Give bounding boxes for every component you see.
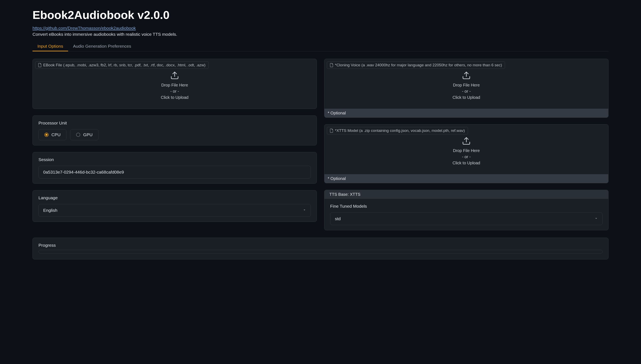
radio-circle-selected	[45, 133, 49, 137]
tts-base-bar: TTS Base: XTTS	[324, 190, 608, 199]
ebook-file-dropzone[interactable]: Drop File Here - or - Click to Upload	[33, 69, 317, 109]
radio-circle	[76, 133, 80, 137]
language-select[interactable]: English	[39, 204, 311, 217]
drop-text: Drop File Here	[453, 148, 480, 154]
cloning-voice-panel: *Cloning Voice (a .wav 24000hz for major…	[324, 59, 608, 118]
optional-bar: * Optional	[324, 174, 608, 183]
progress-panel: Progress	[33, 238, 608, 260]
drop-text: Drop File Here	[161, 82, 189, 88]
language-label: Language	[39, 195, 311, 200]
radio-cpu[interactable]: CPU	[39, 129, 66, 140]
cpu-label: CPU	[51, 132, 61, 137]
or-text: - or -	[453, 88, 480, 94]
ebook-file-label-text: EBook File (.epub, .mobi, .azw3, fb2, lr…	[43, 63, 205, 68]
drop-text: Drop File Here	[453, 82, 480, 88]
radio-gpu[interactable]: GPU	[70, 129, 99, 140]
file-icon	[330, 63, 333, 67]
description: Convert eBooks into immersive audiobooks…	[33, 32, 608, 37]
progress-bar	[39, 250, 602, 254]
progress-label: Progress	[39, 243, 602, 248]
xtts-model-label-chip: *XTTS Model (a .zip containing config.js…	[327, 127, 468, 134]
upload-icon	[462, 71, 471, 80]
session-panel: Session	[33, 152, 317, 184]
or-text: - or -	[453, 154, 480, 160]
gpu-label: GPU	[83, 132, 93, 137]
processor-panel: Processor Unit CPU GPU	[33, 116, 317, 146]
file-icon	[38, 63, 42, 67]
processor-label: Processor Unit	[39, 120, 311, 126]
fine-tuned-select[interactable]: std	[330, 212, 602, 225]
tab-audio-prefs[interactable]: Audio Generation Preferences	[68, 42, 136, 51]
click-upload-text: Click to Upload	[453, 160, 480, 166]
session-input[interactable]	[39, 166, 311, 178]
optional-bar: * Optional	[324, 109, 608, 118]
page-title: Ebook2Audiobook v2.0.0	[33, 8, 608, 22]
repo-link[interactable]: https://github.com/DrewThomasson/ebook2a…	[33, 26, 136, 30]
file-icon	[330, 128, 333, 133]
xtts-model-panel: *XTTS Model (a .zip containing config.js…	[324, 124, 608, 183]
xtts-model-dropzone[interactable]: Drop File Here - or - Click to Upload	[324, 134, 608, 174]
upload-icon	[462, 136, 471, 146]
or-text: - or -	[161, 88, 189, 94]
ebook-file-panel: EBook File (.epub, .mobi, .azw3, fb2, lr…	[33, 59, 317, 109]
language-panel: Language English	[33, 190, 317, 222]
ebook-file-label-chip: EBook File (.epub, .mobi, .azw3, fb2, lr…	[35, 62, 208, 69]
upload-icon	[170, 71, 179, 80]
cloning-voice-label-chip: *Cloning Voice (a .wav 24000hz for major…	[327, 62, 505, 69]
click-upload-text: Click to Upload	[161, 94, 189, 100]
fine-tuned-label: Fine Tuned Models	[330, 204, 602, 209]
click-upload-text: Click to Upload	[453, 94, 480, 100]
tabs-container: Input Options Audio Generation Preferenc…	[33, 42, 608, 51]
tab-input-options[interactable]: Input Options	[33, 42, 68, 51]
cloning-voice-dropzone[interactable]: Drop File Here - or - Click to Upload	[324, 69, 608, 109]
fine-tuned-panel: TTS Base: XTTS Fine Tuned Models std	[324, 190, 608, 230]
xtts-model-label-text: *XTTS Model (a .zip containing config.js…	[335, 128, 465, 133]
session-label: Session	[39, 157, 311, 162]
cloning-voice-label-text: *Cloning Voice (a .wav 24000hz for major…	[335, 63, 502, 68]
